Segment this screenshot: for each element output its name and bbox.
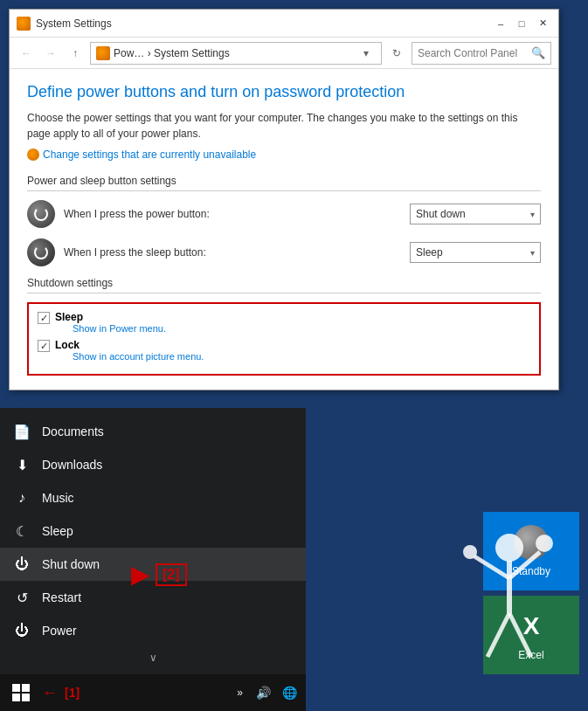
page-title: Define power buttons and turn on passwor… [27, 83, 541, 101]
annotation-1-label: [1] [65, 686, 80, 700]
power-button-value: Shut down [416, 208, 466, 220]
up-button[interactable]: ↑ [66, 44, 85, 63]
arrow-left-annotation: ← [42, 684, 58, 702]
power-button-row: When I press the power button: Shut down… [27, 200, 541, 228]
titlebar-buttons: – □ ✕ [492, 15, 551, 32]
search-input[interactable] [418, 47, 531, 59]
menu-item-restart-label: Restart [42, 590, 81, 604]
arrow-right-annotation: ▶ [131, 560, 150, 589]
menu-item-downloads-label: Downloads [42, 458, 102, 472]
power-button-label: When I press the power button: [64, 208, 401, 220]
breadcrumb-dropdown[interactable]: ▾ [356, 44, 376, 63]
shutdown-section-title: Shutdown settings [27, 277, 541, 293]
svg-point-7 [463, 545, 477, 559]
menu-item-documents-label: Documents [42, 425, 104, 438]
menu-items: 📄 Documents ⬇ Downloads ♪ Music ☾ Sleep … [0, 408, 306, 674]
menu-item-power-label: Power [42, 624, 77, 638]
sleep-button-label: When I press the sleep button: [64, 246, 401, 259]
sleep-checkbox-label: Sleep [55, 311, 166, 323]
taskbar: ← [1] » 🔊 🌐 [0, 674, 306, 711]
documents-icon: 📄 [14, 424, 30, 439]
power-section-title: Power and sleep button settings [27, 175, 541, 191]
shutdown-section: Shutdown settings Sleep Show in Power me… [27, 277, 541, 376]
menu-item-music[interactable]: ♪ Music [0, 481, 306, 514]
sleep-button-dropdown[interactable]: Sleep ▾ [410, 242, 541, 263]
power-button-dropdown[interactable]: Shut down ▾ [410, 204, 541, 224]
sleep-checkbox-row: Sleep Show in Power menu. [38, 311, 530, 334]
figure-decoration [457, 517, 562, 674]
address-box[interactable]: Pow… › System Settings ▾ [90, 42, 382, 65]
sleep-button-row: When I press the sleep button: Sleep ▾ [27, 238, 541, 266]
svg-line-4 [488, 613, 509, 657]
change-settings-link[interactable]: Change settings that are currently unava… [27, 148, 541, 161]
sleep-checkbox[interactable] [38, 312, 50, 324]
start-button[interactable] [7, 679, 35, 707]
search-box[interactable]: 🔍 [412, 42, 551, 65]
content-area: Define power buttons and turn on passwor… [10, 69, 558, 390]
window-icon [17, 17, 31, 31]
lock-checkbox-sublabel: Show in account picture menu. [73, 351, 204, 362]
forward-button[interactable]: → [41, 44, 60, 63]
power-icon: ⏻ [14, 623, 30, 639]
svg-point-0 [495, 534, 523, 562]
annotation-2-label: [2] [156, 563, 187, 586]
description-text: Choose the power settings that you want … [27, 110, 541, 142]
speakers-icon: 🔊 [253, 683, 273, 702]
breadcrumb: Pow… › System Settings [114, 47, 230, 59]
menu-item-documents[interactable]: 📄 Documents [0, 415, 306, 448]
edge-icon: 🌐 [280, 683, 299, 702]
lock-checkbox[interactable] [38, 340, 50, 352]
titlebar: System Settings – □ ✕ [10, 10, 558, 38]
windows-logo [12, 684, 30, 701]
svg-line-5 [509, 613, 531, 657]
menu-item-shutdown-label: Shut down [42, 557, 100, 571]
system-settings-window: System Settings – □ ✕ ← → ↑ Pow… › Syste… [9, 9, 559, 390]
change-link-label: Change settings that are currently unava… [43, 148, 256, 161]
maximize-button[interactable]: □ [513, 15, 530, 32]
dropdown-arrow-2: ▾ [530, 248, 535, 258]
menu-item-downloads[interactable]: ⬇ Downloads [0, 448, 306, 481]
shutdown-icon: ⏻ [14, 556, 30, 572]
downloads-icon: ⬇ [14, 457, 30, 473]
addressbar: ← → ↑ Pow… › System Settings ▾ ↻ 🔍 [10, 38, 558, 69]
restart-icon: ↺ [14, 590, 30, 605]
menu-item-sleep[interactable]: ☾ Sleep [0, 514, 306, 548]
minimize-button[interactable]: – [492, 15, 509, 32]
menu-item-music-label: Music [42, 491, 74, 505]
sleep-icon: ☾ [14, 523, 30, 539]
lock-checkbox-row: Lock Show in account picture menu. [38, 339, 530, 362]
shield-icon [27, 148, 39, 161]
search-icon: 🔍 [531, 46, 545, 59]
figure-svg [461, 526, 557, 674]
sleep-checkbox-sublabel: Show in Power menu. [73, 323, 166, 334]
menu-item-power[interactable]: ⏻ Power [0, 614, 306, 647]
svg-point-6 [536, 535, 553, 552]
sleep-button-icon [27, 238, 55, 266]
back-button[interactable]: ← [17, 44, 36, 63]
music-icon: ♪ [14, 490, 30, 506]
sleep-button-value: Sleep [416, 246, 443, 259]
annotation-2-area: ▶ [2] [131, 560, 187, 589]
address-icon [96, 46, 110, 60]
power-button-icon [27, 200, 55, 228]
taskbar-system-icons: » 🔊 🌐 [223, 683, 299, 702]
reload-button[interactable]: ↻ [387, 44, 406, 63]
menu-item-sleep-label: Sleep [42, 524, 73, 538]
close-button[interactable]: ✕ [534, 15, 551, 32]
shutdown-box: Sleep Show in Power menu. Lock Show in a… [27, 302, 541, 376]
dropdown-arrow: ▾ [530, 210, 535, 219]
more-apps-button[interactable]: » [233, 685, 246, 701]
lock-checkbox-label: Lock [55, 339, 204, 351]
window-title: System Settings [36, 17, 492, 30]
